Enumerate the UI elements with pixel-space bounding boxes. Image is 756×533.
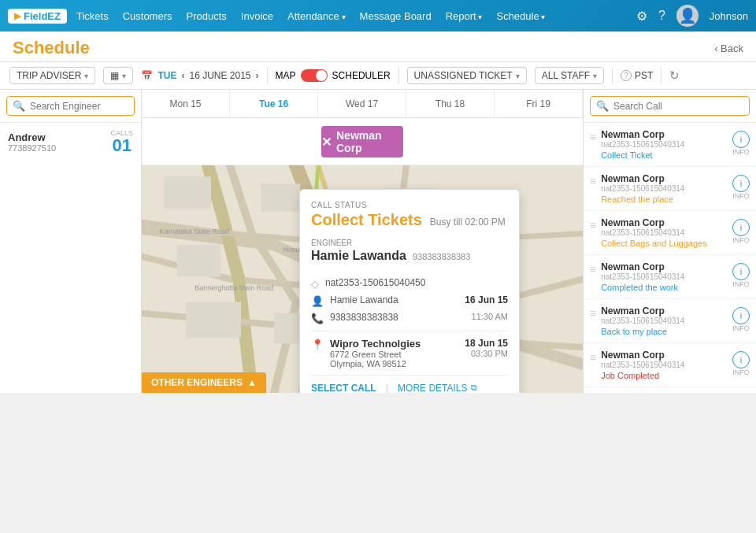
- separator4: [661, 68, 662, 83]
- call-company: Newman Corp: [601, 305, 728, 316]
- nav-attendance[interactable]: Attendance: [287, 10, 346, 22]
- call-search-wrap[interactable]: 🔍: [590, 96, 750, 116]
- more-details-btn[interactable]: MORE DETAILS ⧉: [398, 383, 476, 394]
- ticket-icon: ◇: [311, 278, 319, 290]
- info-label: INFO: [732, 193, 750, 200]
- avatar[interactable]: 👤: [676, 5, 699, 27]
- refresh-icon[interactable]: ↻: [669, 68, 680, 83]
- search-engineer-input[interactable]: [30, 101, 128, 112]
- external-link-icon: ⧉: [471, 383, 477, 393]
- center-area: Mon 15 Tue 16 Wed 17 Thu 18 Fri 19 ✕ New…: [142, 90, 583, 393]
- nav-customers[interactable]: Customers: [123, 10, 172, 22]
- call-info: Newman Corp nat2353-150615040314 Job Com…: [601, 350, 728, 380]
- other-engineers-btn[interactable]: OTHER ENGINEERS ▲: [142, 372, 266, 393]
- info-button[interactable]: i: [732, 219, 750, 236]
- settings-icon[interactable]: ⚙: [636, 9, 647, 24]
- date-nav: 📅 TUE ‹ 16 JUNE 2015 ›: [141, 70, 258, 81]
- nav-message-board[interactable]: Message Board: [360, 10, 432, 22]
- calls-count: 01: [112, 137, 131, 154]
- call-company: Newman Corp: [601, 217, 728, 228]
- popup-time1: 11:30 AM: [472, 312, 508, 321]
- call-status: Completed the work: [601, 283, 728, 292]
- search-icon-right: 🔍: [596, 100, 609, 112]
- drag-handle: ≡: [590, 350, 596, 364]
- calendar-view-btn[interactable]: ▦ ▾: [103, 67, 133, 84]
- call-info: Newman Corp nat2353-150615040314 Back to…: [601, 305, 728, 336]
- date-next[interactable]: ›: [256, 70, 259, 81]
- page-title: Schedule: [13, 38, 90, 58]
- popup-divider: [311, 331, 508, 331]
- scheduler-label: SCHEDULER: [332, 70, 391, 81]
- call-item[interactable]: ≡ Newman Corp nat2353-150615040314 Compl…: [584, 255, 756, 299]
- separator3: [612, 68, 613, 83]
- newman-corp-event[interactable]: ✕ Newman Corp: [321, 126, 403, 157]
- nav-report[interactable]: Report: [446, 10, 483, 22]
- popup-company-name: Wipro Technolgies: [330, 338, 458, 350]
- popup-phone-row: 📞 9383838383838 11:30 AM: [311, 312, 508, 324]
- nav-tickets[interactable]: Tickets: [76, 10, 109, 22]
- popup-footer-sep: |: [386, 382, 388, 393]
- drag-handle: ≡: [590, 261, 596, 276]
- select-call-btn[interactable]: SELECT CALL: [311, 383, 376, 394]
- info-label: INFO: [732, 237, 750, 244]
- call-status: Job Completed: [601, 371, 728, 380]
- date-prev[interactable]: ‹: [181, 70, 184, 81]
- info-label: INFO: [732, 149, 750, 156]
- engineer-info: Andrew 7738927510: [8, 131, 56, 153]
- help-icon[interactable]: ?: [658, 9, 665, 23]
- all-staff-btn[interactable]: ALL STAFF ▾: [535, 67, 604, 84]
- call-id: nat2353-150615040314: [601, 184, 728, 193]
- toolbar: TRIP ADVISER ▾ ▦ ▾ 📅 TUE ‹ 16 JUNE 2015 …: [0, 62, 756, 90]
- info-button[interactable]: i: [732, 175, 750, 192]
- call-item[interactable]: ≡ Newman Corp nat2353-150615040314 Colle…: [584, 123, 756, 167]
- call-item[interactable]: ≡ Newman Corp nat2353-150615040314 Colle…: [584, 211, 756, 255]
- close-icon: ✕: [321, 135, 332, 150]
- info-btn-wrap: i INFO: [732, 261, 750, 288]
- calendar-event-row: ✕ Newman Corp: [142, 118, 583, 165]
- call-info: Newman Corp nat2353-150615040314 Reached…: [601, 173, 728, 204]
- info-btn-wrap: i INFO: [732, 173, 750, 200]
- right-panel: 🔍 ≡ Newman Corp nat2353-150615040314 Col…: [583, 90, 756, 393]
- popup-card: CALL STATUS Collect Tickets Busy till 02…: [299, 189, 520, 393]
- search-call-input[interactable]: [613, 101, 743, 112]
- view-toggle[interactable]: [301, 69, 328, 82]
- info-btn-wrap: i INFO: [732, 350, 750, 376]
- info-button[interactable]: i: [732, 307, 750, 324]
- popup-date2: 18 Jun 15: [465, 338, 508, 349]
- map-scheduler-toggle: MAP SCHEDULER: [276, 69, 391, 82]
- back-button[interactable]: Back: [714, 43, 743, 54]
- call-item[interactable]: ≡ Newman Corp nat2353-150615040314 Reach…: [584, 167, 756, 211]
- info-button[interactable]: i: [732, 263, 750, 280]
- popup-company-info: Wipro Technolgies 6772 Green Street Olym…: [330, 338, 458, 368]
- calendar-date-icon: 📅: [141, 70, 153, 81]
- date-value: 16 JUNE 2015: [189, 70, 250, 81]
- call-item[interactable]: ≡ Newman Corp nat2353-150615040314 Job C…: [584, 343, 756, 387]
- call-status: Reached the place: [601, 194, 728, 204]
- cal-col-wed: Wed 17: [318, 90, 406, 117]
- call-status: Collect Bags and Luggages: [601, 239, 728, 248]
- other-engineers-label: OTHER ENGINEERS: [151, 377, 243, 388]
- call-info: Newman Corp nat2353-150615040314 Collect…: [601, 129, 728, 160]
- event-title: Newman Corp: [336, 129, 403, 154]
- info-button[interactable]: i: [732, 351, 750, 368]
- popup-date2-section: 18 Jun 15 03:30 PM: [465, 338, 508, 368]
- unassigned-ticket-btn[interactable]: UNASSIGNED TICKET ▾: [407, 67, 527, 84]
- engineer-item[interactable]: Andrew 7738927510 CALLS 01: [0, 123, 141, 161]
- info-btn-wrap: i INFO: [732, 305, 750, 332]
- call-company: Newman Corp: [601, 173, 728, 184]
- popup-engineer-row: 👤 Hamie Lawanda 16 Jun 15: [311, 294, 508, 307]
- nav-invoice[interactable]: Invoice: [241, 10, 273, 22]
- call-item[interactable]: ≡ Newman Corp nat2353-150615040314 Back …: [584, 299, 756, 343]
- app-logo[interactable]: ▶ FieldEZ: [8, 9, 67, 24]
- nav-schedule[interactable]: Schedule: [496, 10, 545, 22]
- popup-engineer-phone: 938383838383: [413, 252, 470, 261]
- info-button[interactable]: i: [732, 131, 750, 148]
- trip-adviser-btn[interactable]: TRIP ADVISER ▾: [9, 67, 95, 84]
- popup-divider2: [311, 375, 508, 376]
- chevron-down-icon3: ▾: [516, 72, 520, 80]
- nav-products[interactable]: Products: [187, 10, 227, 22]
- map-label: MAP: [276, 70, 296, 81]
- page-header: Schedule Back: [0, 31, 756, 62]
- engineer-search-wrap[interactable]: 🔍: [6, 96, 135, 116]
- info-btn-wrap: i INFO: [732, 129, 750, 156]
